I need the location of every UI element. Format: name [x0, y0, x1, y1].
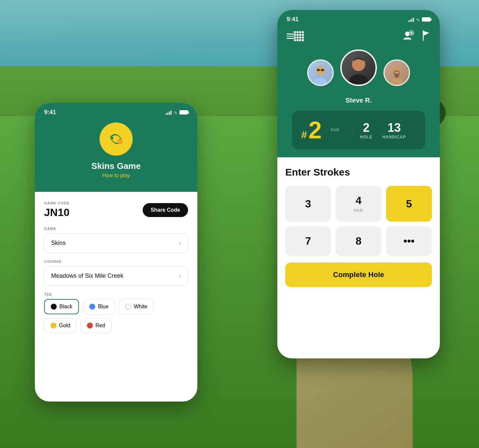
- add-player-svg: [402, 30, 414, 41]
- tee-dot-white: [125, 304, 131, 310]
- enter-strokes-title: Enter Strokes: [285, 167, 432, 178]
- game-logo-svg: [104, 127, 128, 151]
- stroke-value-5: 5: [406, 198, 412, 210]
- flag-icon[interactable]: [421, 30, 431, 42]
- player-1-avatar: [307, 59, 334, 86]
- status-icons-right: ∿: [408, 17, 431, 22]
- game-chevron-icon: ›: [179, 240, 181, 246]
- stroke-btn-4[interactable]: 4 PAR: [336, 186, 381, 222]
- tee-options: Black Blue White: [44, 299, 188, 314]
- game-field-row[interactable]: Skins ›: [44, 233, 188, 253]
- svg-point-18: [393, 66, 400, 73]
- stroke-btn-7[interactable]: 7: [285, 226, 331, 256]
- tee-btn-red[interactable]: Red: [81, 318, 111, 333]
- game-field-value: Skins: [51, 240, 66, 247]
- status-icons-left: ∿: [166, 110, 188, 115]
- featured-player-name: Steve R.: [287, 97, 431, 111]
- phone-right: 9:41 ∿: [277, 10, 440, 358]
- stroke-value-3: 3: [305, 198, 311, 210]
- handicap-col: 13 HANDICAP: [382, 121, 406, 139]
- svg-point-0: [105, 128, 127, 150]
- tee-btn-black[interactable]: Black: [44, 299, 79, 314]
- game-subtitle: How to play: [102, 173, 130, 179]
- game-title: Skins Game: [92, 161, 141, 171]
- svg-point-1: [117, 139, 123, 144]
- player1-face: [309, 61, 332, 84]
- wifi-icon: ∿: [173, 110, 177, 115]
- handicap-value: 13: [387, 121, 401, 135]
- svg-point-15: [354, 59, 364, 69]
- battery-icon: [179, 110, 188, 114]
- stroke-sub-par: PAR: [354, 208, 364, 213]
- status-bar-left: 9:41 ∿: [44, 109, 188, 116]
- svg-rect-11: [321, 69, 324, 71]
- tee-label: TEE: [44, 292, 188, 296]
- battery-icon-right: [422, 17, 431, 22]
- tee-dot-gold: [50, 323, 56, 329]
- time-right: 9:41: [287, 16, 299, 23]
- add-player-icon[interactable]: [402, 30, 414, 43]
- hole-number-section: # 2: [301, 118, 324, 142]
- signal-icon: [166, 110, 171, 115]
- hole-hash: #: [301, 129, 307, 141]
- tee-label-gold: Gold: [59, 323, 70, 329]
- tee-dot-black: [51, 304, 57, 310]
- stroke-value-7: 7: [305, 235, 311, 247]
- phone-left-body: GAME CODE JN10 Share Code GAME Skins › C…: [35, 192, 197, 346]
- player-2-avatar: [340, 49, 377, 86]
- stroke-btn-8[interactable]: 8: [336, 226, 381, 256]
- tee-label-red: Red: [96, 323, 105, 329]
- game-code-value: JN10: [44, 206, 70, 219]
- hole-value: 2: [363, 121, 370, 135]
- hole-detail-col: 2 HOLE: [360, 121, 372, 139]
- course-field-label: COURSE: [44, 260, 188, 263]
- tee-row-2: Gold Red: [44, 318, 188, 333]
- nav-bar-right: [287, 30, 431, 43]
- par-label: PAR: [331, 128, 340, 132]
- svg-point-8: [314, 78, 327, 84]
- stroke-grid: 3 4 PAR 5 7 8 •••: [285, 186, 432, 256]
- phone-left: 9:41 ∿ Skins Game: [35, 103, 197, 402]
- course-field-row[interactable]: Meadows of Six Mile Creek ›: [44, 266, 188, 286]
- players-section: [287, 49, 431, 93]
- tee-btn-white[interactable]: White: [119, 299, 154, 314]
- menu-icon[interactable]: [287, 34, 294, 39]
- phone-right-header: 9:41 ∿: [277, 10, 440, 157]
- tee-label-blue: Blue: [98, 304, 108, 310]
- player2-face: [342, 51, 375, 84]
- course-chevron-icon: ›: [179, 273, 181, 279]
- complete-hole-button[interactable]: Complete Hole: [285, 262, 432, 287]
- tee-label-white: White: [134, 304, 147, 310]
- stroke-btn-5[interactable]: 5: [386, 186, 432, 222]
- tee-label-black: Black: [59, 304, 72, 310]
- tee-btn-blue[interactable]: Blue: [83, 299, 115, 314]
- tee-dot-red: [87, 323, 93, 329]
- stroke-btn-more[interactable]: •••: [386, 226, 432, 256]
- flag-svg: [421, 30, 431, 41]
- tee-section: TEE Black Blue White Gold: [44, 292, 188, 333]
- game-field-label: GAME: [44, 227, 188, 231]
- grid-icon[interactable]: [294, 31, 304, 41]
- svg-point-14: [349, 74, 368, 84]
- wifi-icon-right: ∿: [416, 17, 420, 22]
- tee-dot-blue: [89, 304, 95, 310]
- svg-point-17: [390, 78, 403, 84]
- tee-btn-gold[interactable]: Gold: [44, 318, 77, 333]
- stroke-btn-3[interactable]: 3: [285, 186, 331, 222]
- phone-left-header: 9:41 ∿ Skins Game: [35, 103, 197, 192]
- handicap-label: HANDICAP: [382, 135, 406, 139]
- game-code-label: GAME CODE: [44, 201, 70, 205]
- hole-number: 2: [308, 118, 322, 142]
- status-bar-right: 9:41 ∿: [287, 16, 431, 23]
- course-field-value: Meadows of Six Mile Creek: [51, 272, 123, 279]
- spacer: [287, 149, 431, 157]
- hole-label: HOLE: [360, 135, 372, 139]
- game-logo: [100, 122, 133, 156]
- player3-face: [385, 61, 408, 84]
- svg-rect-10: [317, 69, 320, 71]
- stroke-value-more: •••: [403, 235, 415, 247]
- hole-info-bar: # 2 PAR 2 HOLE 13 HANDICAP: [292, 111, 425, 149]
- stroke-value-8: 8: [356, 235, 362, 247]
- phone-right-body: Enter Strokes 3 4 PAR 5 7 8 •••: [277, 157, 440, 294]
- share-code-button[interactable]: Share Code: [143, 203, 188, 217]
